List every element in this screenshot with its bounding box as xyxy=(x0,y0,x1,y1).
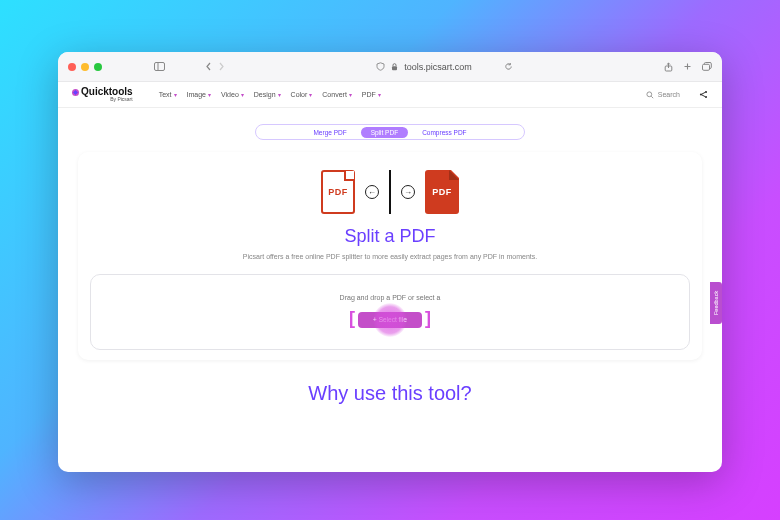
chevron-down-icon: ▾ xyxy=(378,91,381,98)
divider-icon xyxy=(389,170,391,214)
svg-rect-5 xyxy=(703,64,710,70)
tabs-icon[interactable] xyxy=(702,62,712,72)
nav-pdf[interactable]: PDF▾ xyxy=(362,91,381,98)
sidebar-icon[interactable] xyxy=(154,62,165,71)
maximize-dot[interactable] xyxy=(94,63,102,71)
tab-compress-pdf[interactable]: Compress PDF xyxy=(412,127,476,138)
tab-split-pdf[interactable]: Split PDF xyxy=(361,127,408,138)
chevron-down-icon: ▾ xyxy=(208,91,211,98)
file-dropzone[interactable]: Drag and drop a PDF or select a [ ] + Se… xyxy=(90,274,690,350)
plus-icon[interactable] xyxy=(683,62,692,72)
svg-line-11 xyxy=(702,92,705,94)
tool-subtitle: Picsart offers a free online PDF splitte… xyxy=(90,253,690,260)
main-nav: Text▾ Image▾ Video▾ Design▾ Color▾ Conve… xyxy=(159,91,381,98)
bracket-left-icon: [ xyxy=(349,308,355,329)
chevron-down-icon: ▾ xyxy=(174,91,177,98)
arrow-right-icon: → xyxy=(401,185,415,199)
pdf-solid-icon: PDF xyxy=(425,170,459,214)
nav-video[interactable]: Video▾ xyxy=(221,91,244,98)
tool-tabs: Merge PDF Split PDF Compress PDF xyxy=(255,124,525,140)
address-bar[interactable]: tools.picsart.com xyxy=(231,62,658,72)
section-why-title: Why use this tool? xyxy=(76,382,704,405)
svg-rect-0 xyxy=(155,63,165,71)
minimize-dot[interactable] xyxy=(81,63,89,71)
browser-titlebar: tools.picsart.com xyxy=(58,52,722,82)
tool-title: Split a PDF xyxy=(90,226,690,247)
site-logo[interactable]: Quicktools By Picsart xyxy=(72,87,133,102)
network-share-icon[interactable] xyxy=(699,90,708,99)
select-file-button[interactable]: + Select file xyxy=(358,312,422,328)
dropzone-label: Drag and drop a PDF or select a xyxy=(340,294,441,301)
back-icon[interactable] xyxy=(205,62,212,71)
svg-line-7 xyxy=(651,96,653,98)
nav-image[interactable]: Image▾ xyxy=(187,91,211,98)
split-illustration: PDF ← → PDF xyxy=(90,170,690,214)
chevron-down-icon: ▾ xyxy=(278,91,281,98)
main-content: Merge PDF Split PDF Compress PDF PDF ← →… xyxy=(58,108,722,405)
search-icon xyxy=(646,91,654,99)
svg-line-12 xyxy=(702,95,705,97)
arrow-left-icon: ← xyxy=(365,185,379,199)
logo-sub-text: By Picsart xyxy=(110,97,133,102)
nav-design[interactable]: Design▾ xyxy=(254,91,281,98)
site-header: Quicktools By Picsart Text▾ Image▾ Video… xyxy=(58,82,722,108)
window-controls xyxy=(68,63,102,71)
pdf-outline-icon: PDF xyxy=(321,170,355,214)
tool-card: PDF ← → PDF Split a PDF Picsart offers a… xyxy=(78,152,702,360)
nav-convert[interactable]: Convert▾ xyxy=(322,91,352,98)
chevron-down-icon: ▾ xyxy=(241,91,244,98)
browser-window: tools.picsart.com Quicktools xyxy=(58,52,722,472)
tab-merge-pdf[interactable]: Merge PDF xyxy=(303,127,356,138)
chevron-down-icon: ▾ xyxy=(349,91,352,98)
forward-icon[interactable] xyxy=(218,62,225,71)
nav-color[interactable]: Color▾ xyxy=(291,91,313,98)
logo-mark-icon xyxy=(72,89,79,96)
chevron-down-icon: ▾ xyxy=(309,91,312,98)
url-text: tools.picsart.com xyxy=(404,62,472,72)
lock-icon xyxy=(391,63,398,71)
reload-icon[interactable] xyxy=(504,62,513,71)
shield-icon xyxy=(376,62,385,71)
svg-rect-2 xyxy=(392,66,397,70)
close-dot[interactable] xyxy=(68,63,76,71)
svg-point-6 xyxy=(647,91,652,96)
feedback-tab[interactable]: Feedback xyxy=(710,282,722,324)
bracket-right-icon: ] xyxy=(425,308,431,329)
search-placeholder: Search xyxy=(658,91,680,98)
share-icon[interactable] xyxy=(664,62,673,72)
search-box[interactable]: Search xyxy=(645,90,681,100)
page: Quicktools By Picsart Text▾ Image▾ Video… xyxy=(58,82,722,472)
nav-text[interactable]: Text▾ xyxy=(159,91,177,98)
select-file-wrapper: [ ] + Select file xyxy=(355,309,425,331)
